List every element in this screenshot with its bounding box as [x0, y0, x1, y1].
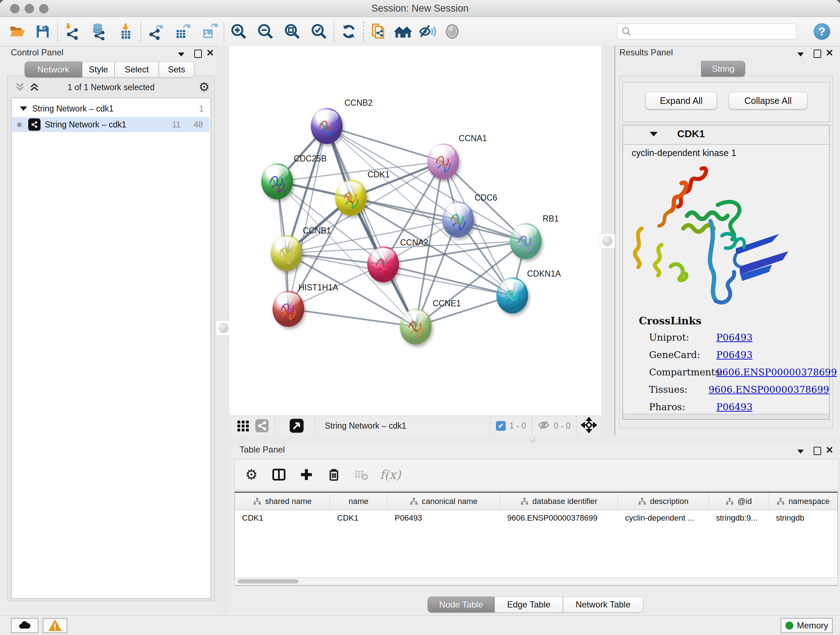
table-cell[interactable]: cyclin-dependent ... — [618, 510, 709, 526]
left-splitter-handle[interactable] — [216, 320, 231, 336]
tab-style[interactable]: Style — [82, 62, 115, 78]
cloud-button[interactable] — [11, 618, 38, 633]
column-header-canonical-name[interactable]: canonical name — [387, 493, 500, 510]
network-row-selected[interactable]: String Network – cdk1 11 48 — [12, 117, 210, 132]
column-header-name[interactable]: name — [330, 493, 387, 510]
search-input[interactable] — [617, 24, 797, 40]
move-crosshair-button[interactable] — [581, 417, 597, 434]
network-options-gear-icon[interactable]: ⚙ — [199, 80, 210, 94]
table-panel-menu-button[interactable] — [795, 446, 806, 457]
table-panel-close-button[interactable]: ✕ — [824, 445, 835, 455]
tab-node-table[interactable]: Node Table — [428, 597, 494, 613]
table-cell[interactable]: stringdb:9... — [709, 510, 769, 526]
crosslink-link[interactable]: 9606.ENSP00000378699 — [716, 367, 837, 378]
edge-CCNB2-CCNE1[interactable] — [327, 126, 416, 326]
import-network-database-button[interactable] — [90, 22, 109, 41]
scrollbar-thumb[interactable] — [238, 579, 298, 584]
column-header-description[interactable]: description — [618, 493, 709, 510]
tab-sets[interactable]: Sets — [159, 62, 194, 78]
table-panel-float-button[interactable] — [812, 445, 823, 456]
edge-HIST1H1A-CCNE1[interactable] — [288, 309, 416, 326]
control-panel-menu-button[interactable] — [176, 49, 187, 60]
table-cell[interactable]: CDK1 — [330, 510, 387, 526]
column-header-database-identifier[interactable]: database identifier — [500, 493, 618, 510]
edge-CDK1-RB1[interactable] — [351, 198, 526, 241]
table-options-gear-button[interactable]: ⚙ — [240, 464, 263, 486]
horizontal-splitter-handle[interactable] — [530, 437, 535, 442]
edge-CCNB2-HIST1H1A[interactable] — [288, 126, 327, 309]
crosslink-link[interactable]: P06493 — [716, 402, 752, 412]
results-panel-close-button[interactable]: ✕ — [824, 48, 835, 58]
warnings-button[interactable] — [43, 618, 67, 633]
node-CDC6[interactable] — [442, 201, 474, 238]
hidden-eye-icon[interactable] — [537, 418, 550, 433]
zoom-in-button[interactable] — [229, 22, 248, 41]
show-columns-button[interactable] — [267, 464, 291, 486]
export-table-button[interactable] — [173, 22, 192, 41]
table-row[interactable]: CDK1CDK1P064939606.ENSP00000378699cyclin… — [235, 510, 837, 526]
results-panel-menu-button[interactable] — [795, 49, 806, 60]
import-table-button[interactable] — [117, 22, 135, 41]
control-panel-float-button[interactable] — [193, 48, 203, 59]
node-CCNA2[interactable] — [367, 246, 399, 282]
create-column-button[interactable] — [295, 464, 318, 486]
network-collection-row[interactable]: String Network – cdk1 1 — [12, 101, 210, 116]
node-CDKN1A[interactable] — [496, 277, 528, 314]
gene-card-scrollbar[interactable] — [623, 414, 829, 419]
refresh-view-button[interactable] — [339, 22, 358, 41]
tab-edge-table[interactable]: Edge Table — [494, 597, 563, 613]
table-cell[interactable]: P06493 — [387, 510, 500, 526]
node-CCNB1[interactable] — [271, 235, 302, 271]
export-image-button[interactable] — [200, 22, 218, 41]
results-panel-float-button[interactable] — [812, 48, 823, 59]
memory-button[interactable]: Memory — [781, 618, 833, 633]
gene-card-header[interactable]: CDK1 — [623, 125, 829, 144]
expand-all-button[interactable]: Expand All — [645, 92, 717, 109]
zoom-fit-button[interactable] — [283, 22, 302, 41]
zoom-selected-button[interactable] — [309, 22, 328, 41]
open-view-in-window-button[interactable] — [288, 418, 305, 433]
open-session-button[interactable] — [8, 22, 27, 41]
table-horizontal-scrollbar[interactable] — [234, 578, 838, 585]
network-share-button[interactable] — [254, 418, 270, 433]
node-RB1[interactable] — [510, 223, 542, 259]
birdseye-grid-button[interactable] — [235, 419, 251, 432]
show-hide-graphics-button[interactable] — [418, 22, 437, 41]
network-canvas[interactable]: CCNB2CCNA1CDC25BCDK1CDC6RB1CCNB1CCNA2CDK… — [229, 46, 601, 416]
collapse-all-button[interactable]: Collapse All — [729, 92, 807, 109]
collapse-triangle-icon[interactable] — [20, 106, 27, 111]
tab-select[interactable]: Select — [115, 62, 159, 78]
table-cell[interactable]: stringdb — [769, 510, 837, 526]
node-CCNA1[interactable] — [427, 143, 459, 180]
crosslink-link[interactable]: P06493 — [716, 349, 752, 360]
preview-button[interactable] — [443, 22, 462, 41]
edge-CCNB2-CCNA1[interactable] — [327, 126, 443, 162]
export-network-button[interactable] — [146, 22, 165, 41]
crosslink-link[interactable]: 9606.ENSP00000378699 — [709, 384, 829, 395]
selected-checkbox[interactable]: ✔ — [496, 421, 506, 431]
zoom-out-button[interactable] — [256, 22, 275, 41]
table-cell[interactable]: CDK1 — [235, 510, 330, 526]
tab-network-table[interactable]: Network Table — [563, 597, 643, 613]
column-header-shared-name[interactable]: shared name — [235, 493, 330, 510]
node-CDC25B[interactable] — [261, 163, 293, 200]
collapse-triangle-icon[interactable] — [650, 132, 658, 136]
copy-style-button[interactable] — [369, 22, 388, 41]
node-HIST1H1A[interactable] — [272, 291, 304, 327]
node-CDK1[interactable] — [335, 180, 367, 216]
save-session-button[interactable] — [33, 22, 52, 41]
control-panel-close-button[interactable]: ✕ — [205, 48, 216, 58]
tab-string[interactable]: String — [701, 61, 745, 77]
import-network-file-button[interactable] — [63, 22, 82, 41]
column-header-namespace[interactable]: namespace — [769, 493, 837, 510]
table-cell[interactable]: 9606.ENSP00000378699 — [500, 510, 618, 526]
right-splitter-handle[interactable] — [600, 233, 615, 249]
crosslink-link[interactable]: P06493 — [716, 332, 752, 343]
node-CCNE1[interactable] — [400, 309, 431, 345]
delete-column-button[interactable] — [322, 464, 346, 486]
column-header--id[interactable]: @id — [709, 493, 769, 510]
help-button[interactable]: ? — [813, 22, 831, 41]
home-button[interactable] — [393, 22, 412, 41]
tab-network[interactable]: Network — [25, 62, 82, 78]
node-CCNB2[interactable] — [311, 108, 343, 144]
